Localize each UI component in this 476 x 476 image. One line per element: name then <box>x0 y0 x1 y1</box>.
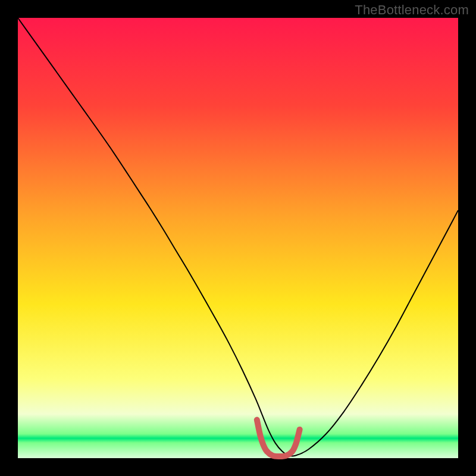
bottleneck-chart <box>0 0 476 476</box>
watermark-text: TheBottleneck.com <box>355 2 469 18</box>
gradient-background <box>18 18 458 458</box>
chart-frame: TheBottleneck.com <box>0 0 476 476</box>
